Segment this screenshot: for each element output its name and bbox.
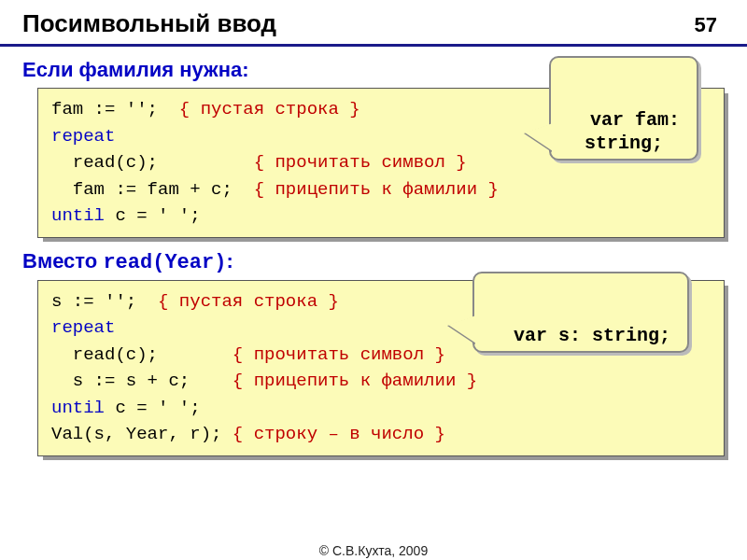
callout-tail-icon xyxy=(525,123,553,151)
page-title: Посимвольный ввод xyxy=(22,9,695,38)
callout-2: var s: string; xyxy=(472,272,689,353)
callout-tail-icon xyxy=(448,315,476,343)
footer: © С.В.Кухта, 2009 xyxy=(0,543,747,558)
page-number: 57 xyxy=(695,13,725,37)
header: Посимвольный ввод 57 xyxy=(0,0,747,47)
callout-1: var fam: string; xyxy=(549,56,698,161)
section2-label-a: Вместо xyxy=(22,249,103,273)
section2-label-b: read(Year) xyxy=(103,251,226,274)
section2-label-c: : xyxy=(226,249,233,273)
callout-1-text: var fam: string; xyxy=(585,109,680,154)
callout-2-text: var s: string; xyxy=(514,325,670,346)
